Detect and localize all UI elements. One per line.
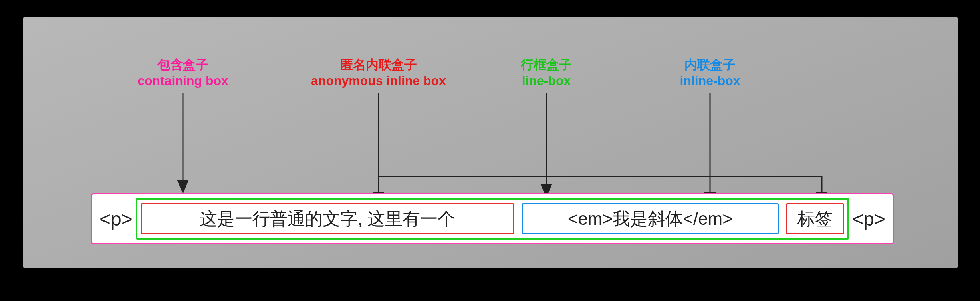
diagram-canvas: 包含盒子 containing box 匿名内联盒子 anonymous inl…	[23, 17, 958, 268]
inline-box: <em>我是斜体</em>	[522, 203, 779, 234]
line-box: 这是一行普通的文字, 这里有一个 <em>我是斜体</em> 标签	[136, 198, 849, 240]
label-linebox-cn: 行框盒子	[521, 57, 572, 73]
label-inlinebox-cn: 内联盒子	[680, 57, 740, 73]
label-linebox-en: line-box	[521, 73, 572, 89]
label-anonymous-en: anonymous inline box	[311, 73, 446, 89]
label-anonymous-box: 匿名内联盒子 anonymous inline box	[311, 57, 446, 89]
p-close-tag: <p>	[849, 208, 889, 230]
p-open-tag: <p>	[96, 208, 136, 230]
label-inlinebox: 内联盒子 inline-box	[680, 57, 740, 89]
label-linebox: 行框盒子 line-box	[521, 57, 572, 89]
containing-box: <p> 这是一行普通的文字, 这里有一个 <em>我是斜体</em> 标签 <p…	[91, 193, 894, 244]
label-containing-box: 包含盒子 containing box	[137, 57, 228, 89]
anonymous-inline-box-2: 标签	[786, 203, 844, 234]
label-containing-cn: 包含盒子	[137, 57, 228, 73]
label-inlinebox-en: inline-box	[680, 73, 740, 89]
label-anonymous-cn: 匿名内联盒子	[311, 57, 446, 73]
label-containing-en: containing box	[137, 73, 228, 89]
box-illustration: <p> 这是一行普通的文字, 这里有一个 <em>我是斜体</em> 标签 <p…	[91, 193, 894, 244]
anonymous-inline-box-1: 这是一行普通的文字, 这里有一个	[141, 203, 515, 234]
